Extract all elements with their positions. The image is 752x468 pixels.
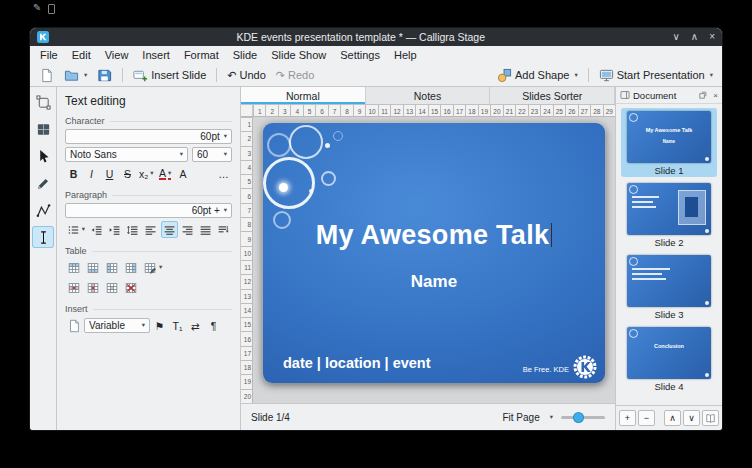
slide-options-button[interactable] bbox=[702, 410, 719, 426]
more-character-options-button[interactable]: … bbox=[215, 165, 232, 182]
tab-normal[interactable]: Normal bbox=[241, 87, 366, 104]
underline-button[interactable]: U bbox=[101, 165, 118, 182]
menu-edit[interactable]: Edit bbox=[65, 46, 98, 64]
kde-logo-mini bbox=[705, 301, 709, 305]
chevron-down-icon: ▾ bbox=[710, 72, 713, 79]
bookmark-button[interactable]: ⚑ bbox=[151, 317, 168, 334]
maximize-button[interactable]: ∧ bbox=[691, 32, 698, 42]
bold-button[interactable]: B bbox=[65, 165, 82, 182]
subscript-superscript-button[interactable]: x₂▾ bbox=[137, 165, 156, 182]
ruler-mark: 5 bbox=[303, 105, 315, 116]
character-highlighting-button[interactable]: A bbox=[175, 165, 192, 182]
save-document-button[interactable] bbox=[93, 67, 116, 84]
list-style-button[interactable]: ▾ bbox=[65, 221, 87, 238]
delete-cell-button[interactable] bbox=[103, 279, 121, 296]
text-direction-button[interactable] bbox=[215, 221, 232, 238]
delete-row-button[interactable] bbox=[65, 279, 83, 296]
slide-footer-textbox[interactable]: date | location | event bbox=[283, 355, 431, 371]
menu-slide-show[interactable]: Slide Show bbox=[264, 46, 333, 64]
formatting-marks-button[interactable]: ¶ bbox=[205, 317, 222, 334]
add-shape-button[interactable]: Add Shape▾ bbox=[493, 67, 582, 84]
insert-object-button[interactable] bbox=[65, 317, 83, 334]
slide-title-textbox[interactable]: My Awesome Talk bbox=[263, 220, 605, 251]
move-slide-up-button[interactable]: ∧ bbox=[664, 410, 681, 426]
insert-column-left-button[interactable] bbox=[103, 259, 121, 276]
docker-close-button[interactable]: × bbox=[713, 91, 718, 100]
open-document-button[interactable]: ▾ bbox=[60, 67, 91, 84]
zoom-slider-handle[interactable] bbox=[574, 413, 583, 422]
zoom-mode-label[interactable]: Fit Page bbox=[502, 412, 539, 423]
insert-row-below-button[interactable] bbox=[84, 259, 102, 276]
connection-tool[interactable] bbox=[33, 200, 53, 220]
paragraph-style-combo[interactable]: 60pt + ▾ bbox=[65, 203, 232, 218]
ruler-mark: 17 bbox=[241, 346, 252, 360]
redo-button[interactable]: ↷Redo bbox=[272, 68, 319, 83]
close-button[interactable]: × bbox=[709, 32, 715, 42]
tab-notes[interactable]: Notes bbox=[366, 87, 491, 104]
ruler-mark: 6 bbox=[241, 188, 252, 202]
footnote-button-label: T₁ bbox=[173, 320, 183, 332]
table-border-pen-button[interactable]: ▾ bbox=[141, 259, 164, 276]
delete-column-button[interactable] bbox=[84, 279, 102, 296]
chevron-down-icon: ▾ bbox=[550, 414, 553, 421]
move-slide-down-button[interactable]: ∨ bbox=[683, 410, 700, 426]
docker-header[interactable]: Document × bbox=[616, 87, 722, 104]
tab-slides-sorter[interactable]: Slides Sorter bbox=[490, 87, 615, 104]
ruler-mark: 21 bbox=[503, 105, 515, 116]
start-presentation-button[interactable]: Start Presentation▾ bbox=[595, 67, 717, 84]
slide-thumbnail-slide-3[interactable]: Slide 3 bbox=[621, 252, 717, 321]
zoom-slider[interactable] bbox=[561, 416, 605, 419]
freehand-path-tool[interactable] bbox=[33, 173, 53, 193]
shape-handling-tool[interactable] bbox=[33, 92, 53, 112]
slide-subtitle-textbox[interactable]: Name bbox=[263, 272, 605, 292]
text-color-button[interactable]: A▾ bbox=[157, 165, 174, 182]
add-slide-button[interactable]: + bbox=[619, 410, 636, 426]
slide-thumbnail-slide-1[interactable]: My Awesome TalkNameSlide 1 bbox=[621, 108, 717, 177]
strikethrough-button[interactable]: S bbox=[119, 165, 136, 182]
variable-combo[interactable]: Variable ▾ bbox=[84, 318, 150, 333]
menu-settings[interactable]: Settings bbox=[333, 46, 387, 64]
decrease-indent-button[interactable] bbox=[88, 221, 105, 238]
slide-thumbnail-slide-4[interactable]: ConclusionSlide 4 bbox=[621, 324, 717, 393]
docker-float-button[interactable] bbox=[698, 90, 708, 100]
slide-thumbnail-slide-2[interactable]: Slide 2 bbox=[621, 180, 717, 249]
insert-slide-button[interactable]: Insert Slide bbox=[129, 67, 210, 84]
docker-title: Document bbox=[633, 90, 676, 101]
stencils-tool[interactable] bbox=[33, 119, 53, 139]
insert-row-above-button[interactable] bbox=[65, 259, 83, 276]
align-center-button[interactable] bbox=[161, 221, 178, 238]
link-button[interactable]: ⇄ bbox=[187, 317, 204, 334]
align-justify-button[interactable] bbox=[197, 221, 214, 238]
slide-canvas[interactable]: My Awesome Talk Name date | location | e… bbox=[253, 117, 615, 403]
delete-table-button[interactable] bbox=[122, 279, 140, 296]
ruler-corner bbox=[241, 105, 253, 117]
titlebar[interactable]: KDE events presentation template * — Cal… bbox=[30, 28, 722, 46]
menu-file[interactable]: File bbox=[33, 46, 65, 64]
menu-format[interactable]: Format bbox=[177, 46, 226, 64]
align-right-button[interactable] bbox=[179, 221, 196, 238]
line-spacing-button[interactable] bbox=[124, 221, 141, 238]
ruler-mark: 25 bbox=[553, 105, 565, 116]
insert-column-right-button[interactable] bbox=[122, 259, 140, 276]
font-size-combo[interactable]: 60 ▾ bbox=[192, 147, 232, 162]
document-docker: Document × My Awesome TalkNameSlide 1Sli… bbox=[615, 87, 722, 430]
align-left-button[interactable] bbox=[142, 221, 159, 238]
undo-button[interactable]: ↶Undo bbox=[223, 68, 270, 83]
character-style-combo[interactable]: 60pt ▾ bbox=[65, 129, 232, 144]
menu-view[interactable]: View bbox=[98, 46, 136, 64]
text-editing-tool[interactable] bbox=[33, 227, 53, 247]
remove-slide-button[interactable]: − bbox=[638, 410, 655, 426]
slide-thumbnail-preview: My Awesome TalkName bbox=[627, 111, 711, 163]
minimize-button[interactable]: ∨ bbox=[673, 32, 680, 42]
interaction-tool[interactable] bbox=[33, 146, 53, 166]
footnote-button[interactable]: T₁ bbox=[169, 317, 186, 334]
italic-button[interactable]: I bbox=[83, 165, 100, 182]
menu-insert[interactable]: Insert bbox=[135, 46, 177, 64]
slide[interactable]: My Awesome Talk Name date | location | e… bbox=[263, 123, 605, 383]
font-family-combo[interactable]: Noto Sans ▾ bbox=[65, 147, 188, 162]
ruler-mark: 7 bbox=[328, 105, 340, 116]
increase-indent-button[interactable] bbox=[106, 221, 123, 238]
menu-help[interactable]: Help bbox=[387, 46, 424, 64]
menu-slide[interactable]: Slide bbox=[226, 46, 264, 64]
new-document-button[interactable] bbox=[35, 67, 58, 84]
